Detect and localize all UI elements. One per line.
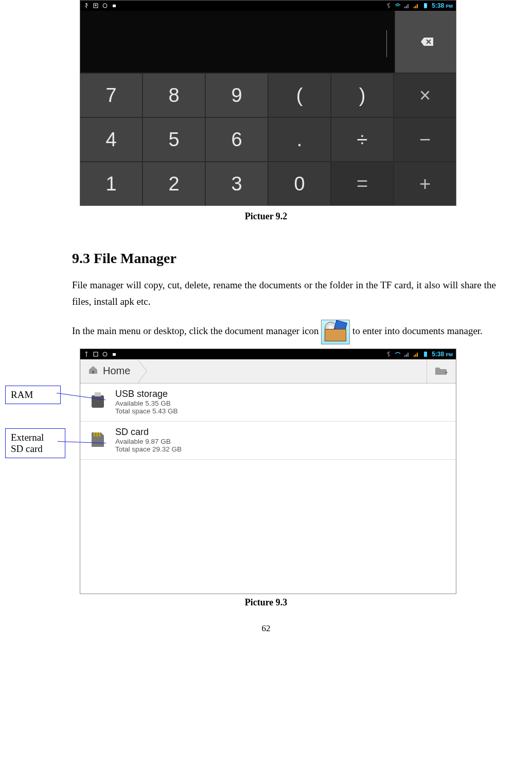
- storage-total: Total space 5.43 GB: [115, 407, 178, 415]
- signal-2-icon: [413, 351, 419, 357]
- calc-key-2[interactable]: 2: [143, 162, 205, 205]
- calc-key-.[interactable]: .: [269, 118, 330, 161]
- battery-charging-icon: [422, 351, 429, 357]
- figure-caption-9-2: Pictuer 9.2: [0, 211, 532, 222]
- new-folder-icon: +: [434, 364, 449, 378]
- cursor-icon: [386, 30, 387, 57]
- usb-icon: [83, 3, 90, 9]
- svg-rect-8: [113, 353, 116, 356]
- callout-ram: RAM: [5, 386, 61, 404]
- home-icon: [87, 364, 99, 377]
- storage-item-text: SD cardAvailable 9.87 GBTotal space 29.3…: [115, 427, 182, 453]
- empty-area: [80, 460, 456, 594]
- calc-key-9[interactable]: 9: [206, 74, 268, 117]
- svg-point-7: [103, 352, 107, 356]
- storage-total: Total space 29.32 GB: [115, 445, 182, 453]
- paragraph-2b: to enter into documents manager.: [352, 325, 483, 336]
- sd-storage-icon: [87, 430, 108, 449]
- android-icon: [111, 3, 117, 9]
- calc-key-×[interactable]: ×: [394, 74, 456, 117]
- storage-available: Available 9.87 GB: [115, 438, 182, 445]
- figure-caption-9-3: Picture 9.3: [0, 597, 532, 608]
- svg-point-1: [103, 4, 107, 8]
- signal-1-icon: [404, 3, 410, 9]
- callout-sd: External SD card: [5, 428, 65, 458]
- page-number: 62: [0, 623, 532, 634]
- calc-key-)[interactable]: ): [331, 74, 393, 117]
- calc-key-1[interactable]: 1: [80, 162, 142, 205]
- calc-key-+[interactable]: +: [394, 162, 456, 205]
- svg-point-3: [113, 4, 114, 5]
- signal-2-icon: [413, 3, 419, 9]
- wifi-icon: [395, 351, 401, 357]
- section-heading: 9.3 File Manager: [72, 250, 532, 267]
- calc-key-4[interactable]: 4: [80, 118, 142, 161]
- calc-key-=[interactable]: =: [331, 162, 393, 205]
- storage-item-text: USB storageAvailable 5.35 GBTotal space …: [115, 389, 178, 415]
- storage-item-usb[interactable]: USB storageAvailable 5.35 GBTotal space …: [80, 384, 456, 422]
- bluetooth-icon: [385, 3, 392, 9]
- calc-key-8[interactable]: 8: [143, 74, 205, 117]
- calc-key-7[interactable]: 7: [80, 74, 142, 117]
- storage-list: USB storageAvailable 5.35 GBTotal space …: [80, 384, 456, 460]
- backspace-button[interactable]: [395, 11, 456, 73]
- svg-rect-6: [94, 352, 98, 356]
- svg-text:+: +: [445, 369, 448, 376]
- storage-title: SD card: [115, 427, 182, 438]
- backspace-icon: [417, 37, 434, 47]
- svg-rect-10: [92, 371, 94, 374]
- bluetooth-icon: [385, 351, 392, 357]
- svg-rect-15: [96, 432, 98, 437]
- svg-point-4: [115, 4, 115, 5]
- sync-icon: [102, 3, 108, 9]
- calc-key-5[interactable]: 5: [143, 118, 205, 161]
- breadcrumb-label: Home: [103, 365, 130, 377]
- status-time: 5:38 PM: [432, 2, 453, 9]
- storage-title: USB storage: [115, 389, 178, 399]
- calc-key-([interactable]: (: [269, 74, 330, 117]
- status-bar: 5:38 PM: [80, 1, 456, 11]
- file-manager-app-icon: [321, 320, 350, 344]
- usb-storage-icon: [87, 392, 108, 411]
- svg-rect-2: [113, 5, 116, 7]
- calc-key-3[interactable]: 3: [206, 162, 268, 205]
- storage-available: Available 5.35 GB: [115, 399, 178, 407]
- breadcrumb-home[interactable]: Home: [80, 359, 137, 383]
- sync-icon: [102, 351, 108, 357]
- paragraph-2: In the main menu or desktop, click the d…: [72, 320, 496, 344]
- paragraph-2a: In the main menu or desktop, click the d…: [72, 325, 321, 336]
- usb-icon: [83, 351, 90, 357]
- wifi-icon: [395, 3, 401, 9]
- svg-rect-13: [95, 392, 101, 396]
- calculator-screenshot: 5:38 PM 789()×456.÷−1230=+: [80, 0, 456, 206]
- paragraph-1: File manager will copy, cut, delete, ren…: [72, 277, 496, 310]
- file-manager-header: Home +: [80, 359, 456, 384]
- status-time: 5:38 PM: [432, 351, 453, 358]
- svg-rect-16: [99, 432, 100, 437]
- status-bar-fm: 5:38 PM: [80, 349, 456, 359]
- signal-1-icon: [404, 351, 410, 357]
- storage-item-sd[interactable]: SD cardAvailable 9.87 GBTotal space 29.3…: [80, 422, 456, 460]
- svg-rect-9: [424, 352, 427, 357]
- svg-rect-14: [94, 432, 95, 437]
- new-folder-button[interactable]: +: [427, 359, 456, 383]
- battery-charging-icon: [422, 3, 429, 9]
- calc-key-÷[interactable]: ÷: [331, 118, 393, 161]
- calculator-keypad: 789()×456.÷−1230=+: [80, 73, 456, 205]
- download-icon: [93, 3, 99, 9]
- android-icon: [111, 351, 117, 357]
- svg-rect-12: [92, 395, 104, 408]
- calc-key-6[interactable]: 6: [206, 118, 268, 161]
- file-manager-screenshot: 5:38 PM Home + USB storageAvailable 5.35: [80, 349, 456, 594]
- calc-key-−[interactable]: −: [394, 118, 456, 161]
- calc-key-0[interactable]: 0: [269, 162, 330, 205]
- download-icon: [93, 351, 99, 357]
- calculator-display[interactable]: [80, 11, 456, 73]
